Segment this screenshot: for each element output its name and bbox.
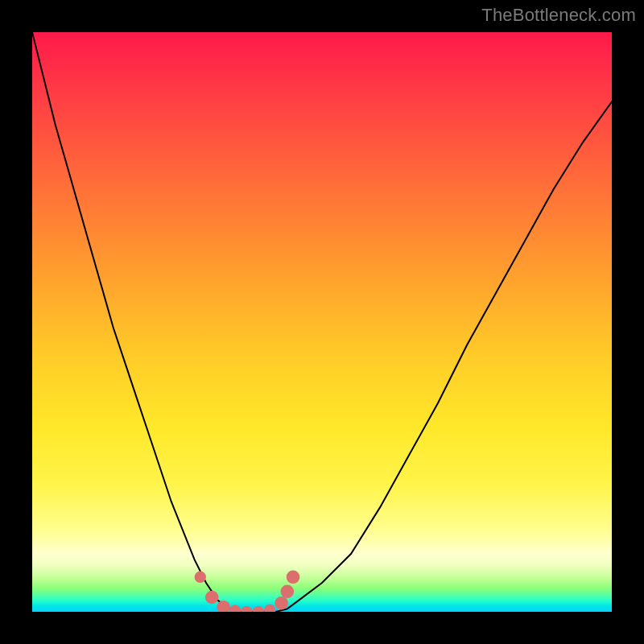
curve-svg xyxy=(32,32,612,612)
plot-area xyxy=(32,32,612,612)
marker-dot xyxy=(287,571,300,584)
marker-dot xyxy=(241,606,252,612)
marker-dot xyxy=(275,597,288,610)
marker-dot xyxy=(281,585,295,599)
marker-dot xyxy=(253,606,264,612)
marker-dot xyxy=(229,605,241,612)
watermark-text: TheBottleneck.com xyxy=(481,5,636,26)
data-markers xyxy=(195,571,300,613)
marker-dot xyxy=(264,605,275,612)
marker-dot xyxy=(195,572,206,583)
bottleneck-curve xyxy=(32,32,612,612)
marker-dot xyxy=(205,591,219,605)
marker-dot xyxy=(217,601,230,612)
chart-frame: TheBottleneck.com xyxy=(0,0,644,644)
